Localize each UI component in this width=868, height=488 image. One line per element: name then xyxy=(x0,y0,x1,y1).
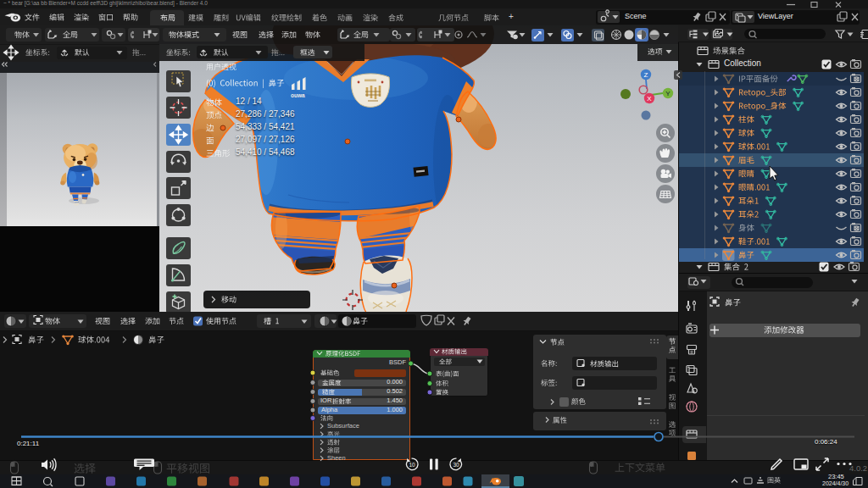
svg-text:ouwa: ouwa xyxy=(291,92,305,98)
